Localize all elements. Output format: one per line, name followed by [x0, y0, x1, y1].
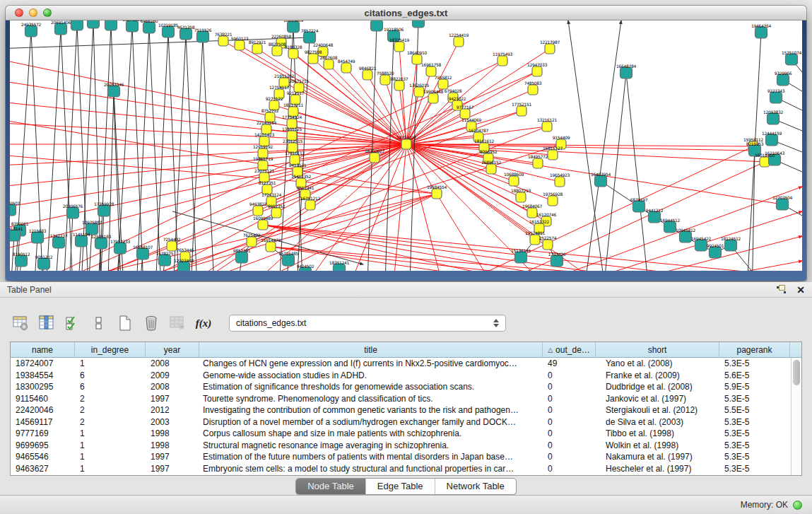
- table-row[interactable]: 911546021997Tourette syndrome. Phenomeno…: [11, 393, 801, 405]
- table-cell[interactable]: 0: [543, 463, 596, 475]
- table-cell[interactable]: 2: [75, 404, 146, 416]
- close-icon[interactable]: ✕: [796, 285, 805, 295]
- table-cell[interactable]: 1: [75, 451, 146, 463]
- minimize-window-button[interactable]: [29, 8, 37, 17]
- table-cell[interactable]: 1998: [146, 428, 199, 440]
- scrollbar-thumb[interactable]: [793, 360, 800, 385]
- table-cell[interactable]: 1998: [146, 440, 199, 452]
- table-cell[interactable]: 2012: [146, 404, 199, 416]
- table-cell[interactable]: Dudbridge et al. (2008): [596, 381, 719, 393]
- table-cell[interactable]: 18724007: [11, 358, 75, 370]
- table-mode-icon[interactable]: [11, 314, 30, 332]
- table-cell[interactable]: 0: [543, 428, 596, 440]
- table-cell[interactable]: Jankovic et al. (1997): [596, 393, 719, 405]
- table-cell[interactable]: 2008: [146, 381, 199, 393]
- table-cell[interactable]: Disruption of a novel member of a sodium…: [199, 416, 543, 428]
- table-cell[interactable]: Yano et al. (2008): [596, 358, 719, 370]
- table-row[interactable]: 1830029562008Estimation of significance …: [11, 381, 801, 393]
- table-cell[interactable]: 0: [543, 440, 596, 452]
- table-cell[interactable]: Tourette syndrome. Phenomenology and cla…: [199, 393, 543, 405]
- table-cell[interactable]: 14569117: [11, 416, 75, 428]
- column-header-outde[interactable]: △out_de…: [543, 342, 596, 357]
- table-row[interactable]: 1938455462009Genome-wide association stu…: [11, 370, 801, 382]
- table-cell[interactable]: 0: [543, 381, 596, 393]
- table-cell[interactable]: 9463627: [11, 463, 75, 475]
- table-cell[interactable]: Stergiakouli et al. (2012): [596, 404, 719, 416]
- table-cell[interactable]: 2008: [146, 358, 199, 370]
- column-header-pagerank[interactable]: pagerank: [719, 342, 790, 357]
- table-cell[interactable]: 5.3E-5: [719, 440, 790, 452]
- table-cell[interactable]: 5.6E-5: [719, 370, 790, 382]
- table-row[interactable]: 1872400712008Changes of HCN gene express…: [11, 358, 801, 370]
- table-cell[interactable]: 2009: [146, 370, 199, 382]
- tab-network-table[interactable]: Network Table: [435, 479, 516, 494]
- table-cell[interactable]: de Silva et al. (2003): [596, 416, 719, 428]
- table-cell[interactable]: 49: [543, 358, 596, 370]
- table-cell[interactable]: 1997: [146, 393, 199, 405]
- table-cell[interactable]: 1997: [146, 463, 199, 475]
- table-row[interactable]: 969969511998Structural magnetic resonanc…: [11, 440, 801, 452]
- table-select-dropdown[interactable]: citations_edges.txt: [229, 315, 506, 332]
- window-titlebar[interactable]: citations_edges.txt: [6, 6, 806, 21]
- table-cell[interactable]: Structural magnetic resonance image aver…: [199, 440, 543, 452]
- table-cell[interactable]: 18300295: [11, 381, 75, 393]
- table-cell[interactable]: 1: [75, 358, 146, 370]
- show-column-icon[interactable]: [37, 314, 56, 332]
- table-cell[interactable]: 5.3E-5: [719, 416, 790, 428]
- new-column-icon[interactable]: [116, 314, 134, 332]
- table-cell[interactable]: 9699695: [11, 440, 75, 452]
- memory-status-icon[interactable]: [793, 501, 802, 510]
- table-row[interactable]: 946554611997Estimation of the future num…: [11, 451, 801, 463]
- table-cell[interactable]: 5.3E-5: [719, 393, 790, 405]
- table-cell[interactable]: 0: [543, 404, 596, 416]
- network-canvas[interactable]: 1872400776382215960123891292122260858882…: [10, 21, 802, 271]
- table-cell[interactable]: 0: [543, 370, 596, 382]
- table-cell[interactable]: 9777169: [11, 428, 75, 440]
- table-cell[interactable]: Estimation of the future numbers of pati…: [199, 451, 543, 463]
- delete-column-icon[interactable]: [142, 314, 160, 332]
- table-cell[interactable]: 0: [543, 451, 596, 463]
- table-cell[interactable]: Estimation of significance thresholds fo…: [199, 381, 543, 393]
- table-cell[interactable]: 5.3E-5: [719, 428, 790, 440]
- table-cell[interactable]: Corpus callosum shape and size in male p…: [199, 428, 543, 440]
- column-header-title[interactable]: title: [199, 342, 543, 357]
- table-cell[interactable]: 1: [75, 440, 146, 452]
- table-cell[interactable]: Tibbo et al. (1998): [596, 428, 719, 440]
- float-window-icon[interactable]: [777, 285, 787, 294]
- column-header-indegree[interactable]: in_degree: [75, 342, 146, 357]
- table-row[interactable]: 1456911722003Disruption of a novel membe…: [11, 416, 801, 428]
- table-cell[interactable]: 22420046: [11, 404, 75, 416]
- table-cell[interactable]: 5.3E-5: [719, 451, 790, 463]
- tab-node-table[interactable]: Node Table: [296, 479, 366, 494]
- close-window-button[interactable]: [15, 8, 23, 17]
- table-cell[interactable]: 1997: [146, 451, 199, 463]
- table-cell[interactable]: 19384554: [11, 370, 75, 382]
- tab-edge-table[interactable]: Edge Table: [366, 479, 435, 494]
- table-row[interactable]: 2242004622012Investigating the contribut…: [11, 404, 801, 416]
- table-cell[interactable]: 9465546: [11, 451, 75, 463]
- table-row[interactable]: 946362711997Embryonic stem cells: a mode…: [11, 463, 801, 475]
- function-builder-icon[interactable]: f(x): [194, 314, 213, 332]
- zoom-window-button[interactable]: [43, 8, 52, 17]
- table-cell[interactable]: 9115460: [11, 393, 75, 405]
- citation-graph[interactable]: 1872400776382215960123891292122260858882…: [10, 21, 802, 271]
- column-header-short[interactable]: short: [596, 342, 719, 357]
- table-cell[interactable]: Investigating the contribution of common…: [199, 404, 543, 416]
- table-row[interactable]: 977716911998Corpus callosum shape and si…: [11, 428, 801, 440]
- table-cell[interactable]: 2003: [146, 416, 199, 428]
- table-cell[interactable]: Hescheler et al. (1997): [596, 463, 719, 475]
- table-cell[interactable]: 0: [543, 416, 596, 428]
- table-cell[interactable]: Franke et al. (2009): [596, 370, 719, 382]
- table-cell[interactable]: 6: [75, 381, 146, 393]
- table-cell[interactable]: Embryonic stem cells: a model to study s…: [199, 463, 543, 475]
- table-cell[interactable]: 2: [75, 393, 146, 405]
- table-cell[interactable]: 2: [75, 416, 146, 428]
- table-cell[interactable]: 6: [75, 370, 146, 382]
- table-cell[interactable]: 5.3E-5: [719, 463, 790, 475]
- vertical-scrollbar[interactable]: [791, 358, 801, 475]
- table-cell[interactable]: 5.9E-5: [719, 381, 790, 393]
- table-cell[interactable]: Wolkin et al. (1998): [596, 440, 719, 452]
- column-header-year[interactable]: year: [146, 342, 199, 357]
- table-cell[interactable]: 1: [75, 463, 146, 475]
- table-cell[interactable]: 5.3E-5: [719, 358, 790, 370]
